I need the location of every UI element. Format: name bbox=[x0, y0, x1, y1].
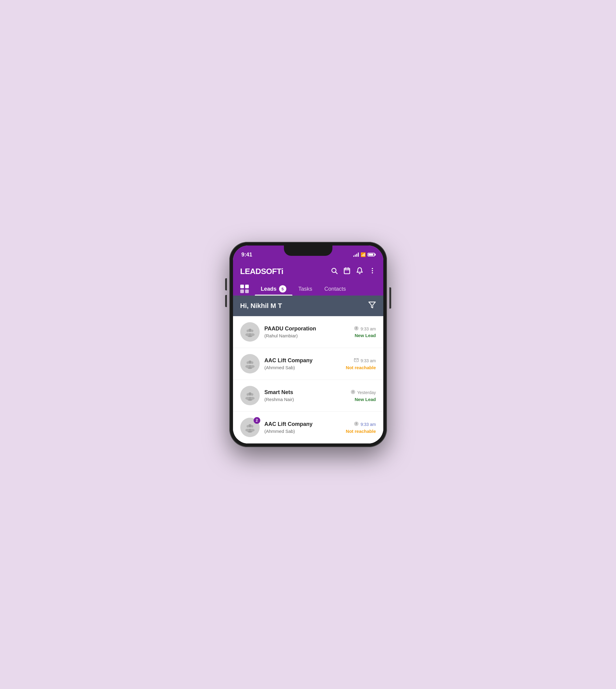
notch bbox=[284, 245, 332, 256]
svg-point-37 bbox=[245, 429, 249, 432]
list-item[interactable]: PAADU Corporation (Rahul Nambiar) f 9:33… bbox=[233, 316, 383, 348]
filter-icon[interactable] bbox=[368, 301, 376, 311]
lead-company: AAC Lift Company bbox=[265, 421, 341, 427]
phone-screen: 9:41 📶 LEADSOFTi bbox=[233, 245, 383, 444]
avatar: 2 bbox=[240, 418, 260, 437]
svg-point-13 bbox=[251, 329, 253, 332]
lead-contact: (Ahmmed Sab) bbox=[265, 429, 341, 434]
avatar bbox=[240, 322, 260, 342]
more-icon[interactable] bbox=[369, 267, 376, 276]
search-icon[interactable] bbox=[331, 267, 338, 276]
svg-point-27 bbox=[246, 393, 249, 395]
lead-time: 9:33 am bbox=[360, 422, 376, 427]
tab-contacts[interactable]: Contacts bbox=[318, 283, 352, 295]
grid-view-icon[interactable] bbox=[240, 285, 249, 293]
list-item[interactable]: AAC Lift Company (Ahmmed Sab) 9:33 am bbox=[233, 348, 383, 380]
lead-meta: f 9:33 am New Lead bbox=[354, 326, 376, 338]
battery-icon bbox=[368, 253, 375, 256]
svg-marker-9 bbox=[369, 302, 375, 308]
meta-time-row: f 9:33 am bbox=[354, 326, 376, 331]
svg-point-14 bbox=[245, 333, 249, 336]
email-icon bbox=[354, 358, 359, 364]
list-item[interactable]: 2 AAC Lift Company (Ahmmed Sab) bbox=[233, 412, 383, 444]
svg-point-21 bbox=[251, 361, 253, 364]
svg-point-30 bbox=[250, 397, 254, 400]
svg-point-22 bbox=[245, 365, 249, 368]
lead-meta: 9:33 am Not reachable bbox=[346, 358, 376, 370]
svg-point-12 bbox=[246, 329, 249, 332]
status-badge: Not reachable bbox=[346, 429, 376, 434]
app-header: LEADSOFTi bbox=[233, 262, 383, 296]
svg-point-7 bbox=[372, 270, 373, 271]
status-badge: Not reachable bbox=[346, 365, 376, 370]
lead-meta: f Yesterday New Lead bbox=[351, 389, 376, 402]
svg-point-35 bbox=[246, 425, 249, 427]
lead-time: Yesterday bbox=[357, 390, 376, 395]
status-time: 9:41 bbox=[241, 252, 252, 258]
svg-point-38 bbox=[250, 429, 254, 432]
svg-point-36 bbox=[251, 425, 253, 427]
lead-list: PAADU Corporation (Rahul Nambiar) f 9:33… bbox=[233, 316, 383, 444]
tab-leads[interactable]: Leads 5 bbox=[255, 282, 292, 296]
svg-point-6 bbox=[372, 268, 373, 269]
calendar-icon[interactable] bbox=[343, 267, 351, 276]
avatar-badge: 2 bbox=[254, 417, 260, 424]
bell-icon[interactable] bbox=[356, 267, 363, 276]
lead-info: PAADU Corporation (Rahul Nambiar) bbox=[265, 326, 349, 338]
lead-company: PAADU Corporation bbox=[265, 326, 349, 332]
facebook-icon: f bbox=[354, 421, 359, 427]
svg-point-28 bbox=[251, 393, 253, 395]
svg-rect-2 bbox=[344, 268, 350, 274]
lead-contact: (Reshma Nair) bbox=[265, 397, 346, 402]
tab-tasks[interactable]: Tasks bbox=[292, 283, 318, 295]
status-icons: 📶 bbox=[353, 252, 375, 257]
greeting-text: Hi, Nikhil M T bbox=[240, 302, 282, 310]
header-actions bbox=[331, 267, 376, 276]
app-logo: LEADSOFTi bbox=[240, 267, 283, 276]
lead-time: 9:33 am bbox=[360, 326, 376, 331]
lead-contact: (Ahmmed Sab) bbox=[265, 365, 341, 370]
svg-point-20 bbox=[246, 361, 249, 364]
lead-contact: (Rahul Nambiar) bbox=[265, 333, 349, 338]
meta-time-row: f Yesterday bbox=[351, 389, 376, 395]
list-item[interactable]: Smart Nets (Reshma Nair) f Yesterday New… bbox=[233, 380, 383, 412]
greeting-bar: Hi, Nikhil M T bbox=[233, 296, 383, 316]
volume-up-button[interactable] bbox=[225, 278, 227, 290]
volume-down-button[interactable] bbox=[225, 295, 227, 307]
avatar bbox=[240, 354, 260, 373]
signal-icon bbox=[353, 253, 359, 257]
lead-meta: f 9:33 am Not reachable bbox=[346, 421, 376, 434]
lead-company: Smart Nets bbox=[265, 389, 346, 395]
facebook-icon: f bbox=[351, 389, 355, 395]
meta-time-row: 9:33 am bbox=[354, 358, 376, 364]
svg-point-15 bbox=[250, 333, 254, 336]
svg-line-1 bbox=[335, 272, 337, 274]
svg-point-23 bbox=[250, 365, 254, 368]
status-badge: New Lead bbox=[354, 333, 376, 338]
svg-point-8 bbox=[372, 272, 373, 274]
power-button[interactable] bbox=[389, 287, 391, 308]
svg-point-29 bbox=[245, 397, 249, 400]
lead-time: 9:33 am bbox=[360, 358, 376, 363]
meta-time-row: f 9:33 am bbox=[354, 421, 376, 427]
lead-info: AAC Lift Company (Ahmmed Sab) bbox=[265, 358, 341, 370]
facebook-icon: f bbox=[354, 326, 359, 331]
lead-info: Smart Nets (Reshma Nair) bbox=[265, 389, 346, 402]
wifi-icon: 📶 bbox=[360, 252, 366, 257]
header-top: LEADSOFTi bbox=[240, 267, 376, 276]
lead-info: AAC Lift Company (Ahmmed Sab) bbox=[265, 421, 341, 434]
tabs: Leads 5 Tasks Contacts bbox=[240, 282, 376, 296]
lead-company: AAC Lift Company bbox=[265, 358, 341, 364]
avatar bbox=[240, 386, 260, 405]
phone-frame: 9:41 📶 LEADSOFTi bbox=[229, 242, 387, 447]
status-badge: New Lead bbox=[354, 397, 376, 402]
